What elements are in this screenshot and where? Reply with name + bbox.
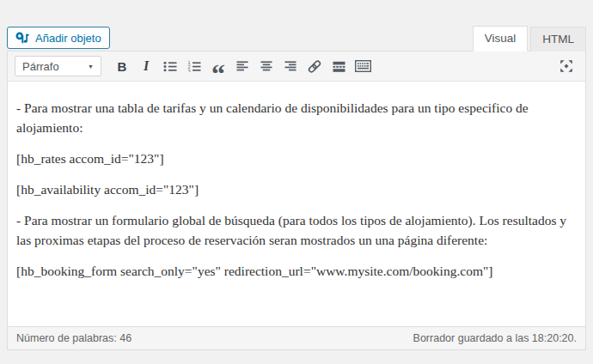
editor-status-bar: Número de palabras: 46 Borrador guardado… xyxy=(8,326,585,349)
content-paragraph: - Para mostrar una tabla de tarifas y un… xyxy=(16,98,577,137)
numbered-list-icon: 1 2 3 xyxy=(187,61,201,72)
content-paragraph: [hb_rates accom_id="123"] xyxy=(16,149,577,168)
editor-toolbar: Párrafo ▼ B I 1 2 xyxy=(8,52,585,82)
align-left-icon xyxy=(236,61,248,71)
editor-region: Añadir objeto Visual HTML Párrafo ▼ B I xyxy=(7,27,586,350)
align-center-button[interactable] xyxy=(254,55,278,77)
editor-content-area[interactable]: - Para mostrar una tabla de tarifas y un… xyxy=(8,82,585,326)
add-media-icon xyxy=(15,32,30,44)
link-icon xyxy=(307,59,322,74)
align-center-icon xyxy=(260,61,272,71)
content-paragraph: - Para mostrar un formulario global de b… xyxy=(16,210,577,250)
toolbar-toggle-icon xyxy=(355,60,371,72)
add-media-button[interactable]: Añadir objeto xyxy=(7,27,110,49)
fullscreen-icon xyxy=(559,59,573,73)
insert-more-tag-button[interactable] xyxy=(327,55,351,77)
bulleted-list-button[interactable] xyxy=(158,55,182,77)
word-count-value: 46 xyxy=(119,332,131,344)
add-media-label: Añadir objeto xyxy=(35,32,101,45)
tab-visual[interactable]: Visual xyxy=(473,26,529,52)
toolbar-toggle-button[interactable] xyxy=(351,55,375,77)
editor-frame: Párrafo ▼ B I 1 2 xyxy=(7,51,586,350)
bulleted-list-icon xyxy=(163,61,177,72)
italic-button[interactable]: I xyxy=(134,55,158,77)
numbered-list-button[interactable]: 1 2 3 xyxy=(182,55,206,77)
editor-tools-row: Añadir objeto Visual HTML xyxy=(7,27,586,51)
align-right-icon xyxy=(284,61,296,71)
align-left-button[interactable] xyxy=(230,55,254,77)
insert-link-button[interactable] xyxy=(303,55,327,77)
tab-html[interactable]: HTML xyxy=(530,27,586,52)
svg-text:3: 3 xyxy=(187,68,190,71)
format-dropdown-value: Párrafo xyxy=(22,60,59,73)
word-count-label: Número de palabras: xyxy=(16,332,117,344)
fullscreen-button[interactable] xyxy=(554,55,578,77)
blockquote-button[interactable]: “ xyxy=(206,55,230,77)
content-paragraph: [hb_booking_form search_only="yes" redir… xyxy=(16,261,577,281)
bold-button[interactable]: B xyxy=(110,55,134,77)
more-tag-icon xyxy=(333,61,345,72)
chevron-down-icon: ▼ xyxy=(88,64,94,70)
draft-saved-message: Borrador guardado a las 18:20:20. xyxy=(413,332,577,344)
content-paragraph: [hb_availability accom_id="123"] xyxy=(16,179,577,199)
align-right-button[interactable] xyxy=(278,55,303,77)
word-count: Número de palabras: 46 xyxy=(16,332,131,344)
format-dropdown[interactable]: Párrafo ▼ xyxy=(15,56,101,76)
editor-mode-tabs: Visual HTML xyxy=(470,26,586,51)
